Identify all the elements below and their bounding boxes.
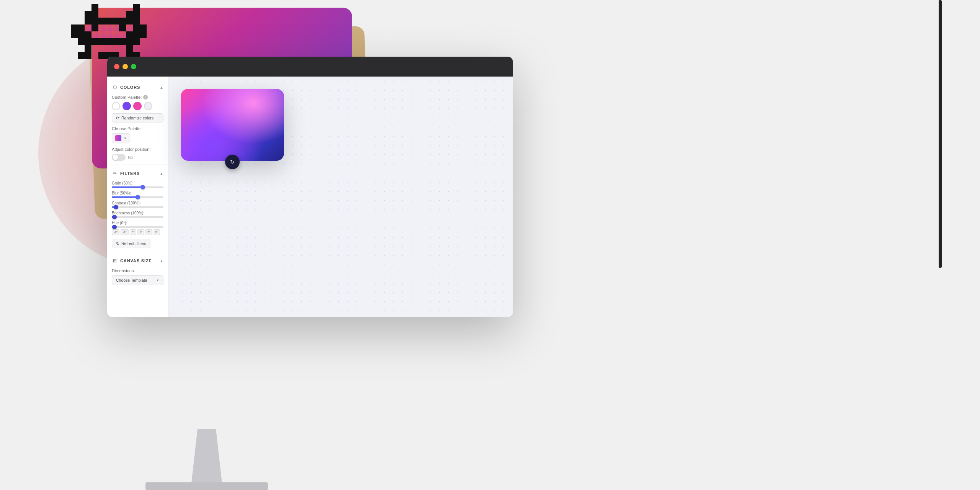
hue-btn-2[interactable]: 2° xyxy=(145,229,152,235)
refresh-icon: ↻ xyxy=(116,241,119,246)
blur-slider-thumb[interactable] xyxy=(136,195,140,199)
canvas-section: ⊞ CANVAS SIZE ▲ Dimensions: Choose Templ… xyxy=(107,256,168,285)
canvas-section-header: ⊞ CANVAS SIZE ▲ xyxy=(112,256,163,265)
title-bar xyxy=(107,57,513,77)
gradient-card-container: ↻ xyxy=(181,89,284,161)
randomize-colors-button[interactable]: ⟳ Randomize colors xyxy=(112,113,163,122)
filters-title: FILTERS xyxy=(120,171,140,176)
contrast-slider-track[interactable] xyxy=(112,206,163,208)
color-position-toggle[interactable] xyxy=(112,154,126,161)
laptop-base xyxy=(145,482,268,490)
filters-collapse-icon[interactable]: ▲ xyxy=(160,172,163,176)
brightness-filter: Brightness (100%): xyxy=(112,211,163,218)
hue-btn-0[interactable]: 0° xyxy=(130,229,137,235)
hue-filter: Hue (0°): -2° -1° 0° 1° 2° 3° xyxy=(112,221,163,235)
blur-slider-track[interactable] xyxy=(112,196,163,198)
swatch-purple[interactable] xyxy=(122,102,131,110)
filters-section-header: ✏ FILTERS ▲ xyxy=(112,169,163,178)
blur-slider-fill xyxy=(112,196,138,198)
swatch-light[interactable] xyxy=(144,102,152,110)
filters-title-row: ✏ FILTERS xyxy=(112,170,140,176)
colors-section-header: ⬡ COLORS ▲ xyxy=(112,83,163,92)
hue-label: Hue (0°): xyxy=(112,221,163,225)
cable-decoration xyxy=(926,0,949,345)
hue-btn-neg2[interactable]: -2° xyxy=(112,229,119,235)
brightness-slider-thumb[interactable] xyxy=(112,215,117,219)
laptop-stand xyxy=(184,429,230,490)
filter-icon: ✏ xyxy=(112,170,118,176)
choose-template-button[interactable]: Choose Template ▼ xyxy=(112,275,163,285)
colors-title-row: ⬡ COLORS xyxy=(112,84,140,90)
dropdown-arrow-icon: ▼ xyxy=(124,137,127,140)
hue-btn-neg1[interactable]: -1° xyxy=(121,229,128,235)
palette-icon: ⬡ xyxy=(112,84,118,90)
colors-section: ⬡ COLORS ▲ Custom Palette: i ⟳ xyxy=(107,83,168,161)
grain-slider-fill xyxy=(112,186,143,188)
toggle-knob xyxy=(113,155,118,160)
grain-slider-thumb[interactable] xyxy=(140,185,145,189)
grain-slider-track[interactable] xyxy=(112,186,163,188)
toggle-container: No xyxy=(112,154,163,161)
canvas-area: ↻ xyxy=(168,77,513,317)
gradient-preview-card xyxy=(181,89,284,161)
canvas-icon: ⊞ xyxy=(112,258,118,264)
blur-filter: Blur (50%): xyxy=(112,191,163,198)
palette-mini-preview xyxy=(115,135,121,141)
choose-palette-label: Choose Palette: xyxy=(112,126,163,131)
canvas-title-row: ⊞ CANVAS SIZE xyxy=(112,258,152,264)
template-dropdown-arrow: ▼ xyxy=(156,279,159,282)
hue-buttons: -2° -1° 0° 1° 2° 3° xyxy=(112,229,163,235)
contrast-label: Contrast (100%): xyxy=(112,201,163,205)
brightness-label: Brightness (100%): xyxy=(112,211,163,215)
hue-btn-1[interactable]: 1° xyxy=(137,229,144,235)
hue-btn-3[interactable]: 3° xyxy=(154,229,160,235)
custom-palette-label: Custom Palette: i xyxy=(112,95,163,100)
grain-label: Grain (60%): xyxy=(112,181,163,185)
colors-collapse-icon[interactable]: ▲ xyxy=(160,85,163,90)
refresh-filters-button[interactable]: ↻ Refresh filters xyxy=(112,239,150,248)
randomize-icon: ⟳ xyxy=(116,116,119,120)
close-button[interactable] xyxy=(114,64,119,69)
toggle-state-label: No xyxy=(128,155,133,160)
brightness-slider-track[interactable] xyxy=(112,216,163,218)
divider-2 xyxy=(107,252,168,252)
divider-1 xyxy=(107,165,168,165)
hue-slider-track[interactable] xyxy=(112,226,163,228)
swatch-white[interactable] xyxy=(112,102,120,110)
pixel-art xyxy=(71,4,160,59)
window-body: ⬡ COLORS ▲ Custom Palette: i ⟳ xyxy=(107,77,513,317)
maximize-button[interactable] xyxy=(131,64,136,69)
canvas-collapse-icon[interactable]: ▲ xyxy=(160,259,163,263)
contrast-slider-thumb[interactable] xyxy=(114,205,118,209)
minimize-button[interactable] xyxy=(122,64,128,69)
palette-dropdown[interactable]: ▼ xyxy=(112,133,130,143)
contrast-filter: Contrast (100%): xyxy=(112,201,163,208)
info-icon[interactable]: i xyxy=(143,95,148,100)
swatch-pink[interactable] xyxy=(133,102,142,110)
hue-slider-thumb[interactable] xyxy=(112,225,117,229)
canvas-title: CANVAS SIZE xyxy=(120,258,152,263)
dimensions-label: Dimensions: xyxy=(112,268,163,273)
filters-section: ✏ FILTERS ▲ Grain (60%): Blur (50%): xyxy=(107,169,168,248)
refresh-gradient-button[interactable]: ↻ xyxy=(225,155,240,169)
color-swatches xyxy=(112,102,163,110)
mac-window: ⬡ COLORS ▲ Custom Palette: i ⟳ xyxy=(107,57,513,317)
grain-filter: Grain (60%): xyxy=(112,181,163,188)
adjust-color-label: Adjust color position: xyxy=(112,147,163,152)
colors-title: COLORS xyxy=(120,85,140,90)
sidebar: ⬡ COLORS ▲ Custom Palette: i ⟳ xyxy=(107,77,168,317)
